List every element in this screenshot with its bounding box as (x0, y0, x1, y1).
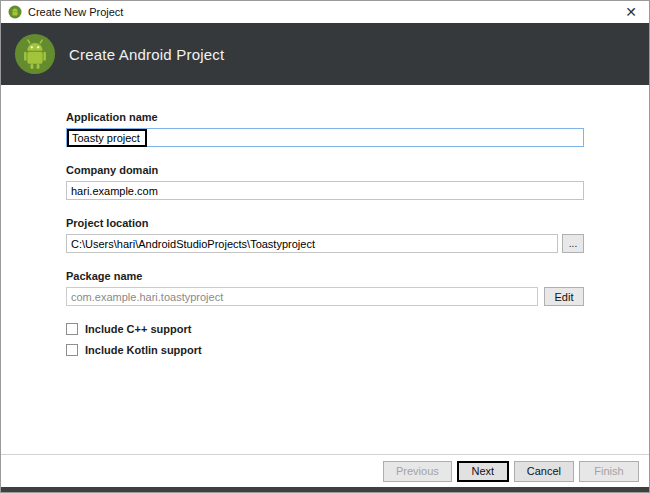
company-domain-label: Company domain (66, 164, 584, 176)
project-location-value: C:\Users\hari\AndroidStudioProjects\Toas… (71, 238, 315, 250)
title-bar: Create New Project ✕ (1, 1, 649, 23)
include-cpp-checkbox[interactable] (66, 323, 78, 335)
cancel-button[interactable]: Cancel (514, 461, 574, 482)
include-kotlin-label: Include Kotlin support (85, 344, 202, 356)
application-name-label: Application name (66, 111, 584, 123)
window-bottom-edge (1, 487, 649, 492)
wizard-header: Create Android Project (1, 23, 649, 85)
form-body: Application name Toasty project Company … (1, 85, 649, 454)
package-name-label: Package name (66, 270, 584, 282)
project-location-field: Project location C:\Users\hari\AndroidSt… (66, 217, 584, 253)
include-cpp-row[interactable]: Include C++ support (66, 323, 584, 335)
close-button[interactable]: ✕ (613, 1, 649, 23)
package-name-field: Package name com.example.hari.toastyproj… (66, 270, 584, 306)
company-domain-value: hari.example.com (71, 185, 158, 197)
include-kotlin-row[interactable]: Include Kotlin support (66, 344, 584, 356)
company-domain-field: Company domain hari.example.com (66, 164, 584, 200)
include-kotlin-checkbox[interactable] (66, 344, 78, 356)
wizard-title: Create Android Project (69, 46, 224, 63)
application-name-field: Application name Toasty project (66, 111, 584, 147)
android-logo-icon (14, 33, 56, 75)
next-button[interactable]: Next (457, 461, 509, 482)
window-title: Create New Project (28, 6, 613, 18)
browse-button[interactable]: ... (562, 234, 584, 253)
package-name-value: com.example.hari.toastyproject (71, 291, 223, 303)
package-name-input: com.example.hari.toastyproject (66, 287, 538, 306)
create-new-project-dialog: Create New Project ✕ Create Android P (0, 0, 650, 493)
application-name-value: Toasty project (67, 129, 147, 147)
previous-button: Previous (383, 461, 452, 482)
application-name-input[interactable]: Toasty project (66, 128, 584, 147)
project-location-label: Project location (66, 217, 584, 229)
project-location-input[interactable]: C:\Users\hari\AndroidStudioProjects\Toas… (66, 234, 558, 253)
company-domain-input[interactable]: hari.example.com (66, 181, 584, 200)
support-options: Include C++ support Include Kotlin suppo… (66, 323, 584, 356)
finish-button: Finish (579, 461, 639, 482)
android-studio-icon (8, 5, 22, 19)
include-cpp-label: Include C++ support (85, 323, 191, 335)
edit-package-button[interactable]: Edit (544, 287, 584, 306)
dialog-footer: Previous Next Cancel Finish (1, 454, 649, 487)
